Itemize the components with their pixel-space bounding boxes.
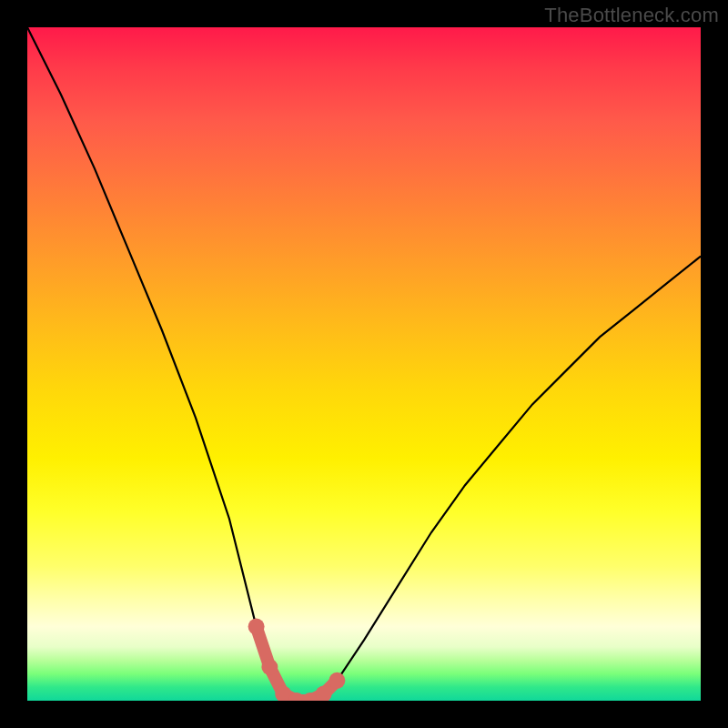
overlay-dot: [329, 672, 345, 689]
bottleneck-curve-line: [27, 27, 701, 701]
curve-layer: [27, 27, 701, 701]
watermark-text: TheBottleneck.com: [544, 4, 719, 27]
outer-black-frame: TheBottleneck.com: [0, 0, 728, 728]
overlay-dot: [248, 619, 265, 635]
overlay-dot: [261, 659, 278, 675]
plot-area: [27, 27, 701, 701]
